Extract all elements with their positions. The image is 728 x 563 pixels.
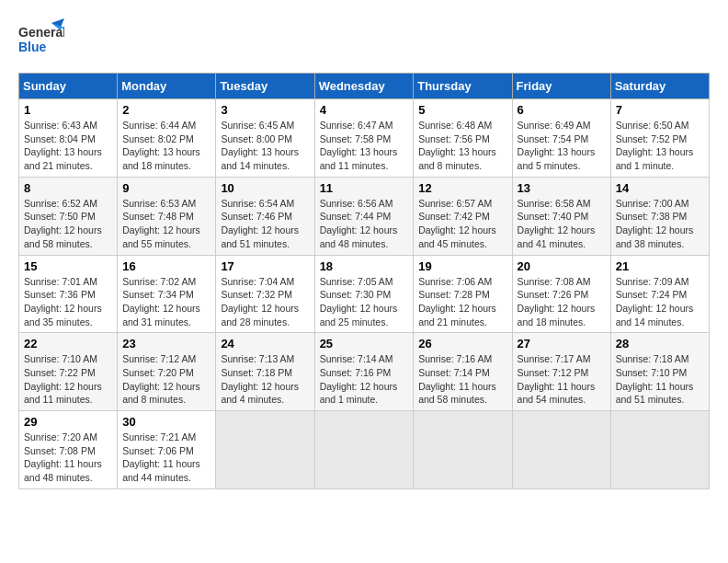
day-number: 24 — [221, 337, 309, 350]
day-number: 17 — [221, 259, 309, 273]
calendar-cell: 10Sunrise: 6:54 AM Sunset: 7:46 PM Dayli… — [216, 177, 314, 255]
calendar-cell: 26Sunrise: 7:16 AM Sunset: 7:14 PM Dayli… — [414, 333, 512, 411]
day-number: 1 — [24, 103, 112, 117]
day-info: Sunrise: 7:21 AM Sunset: 7:06 PM Dayligh… — [122, 431, 210, 485]
day-info: Sunrise: 7:20 AM Sunset: 7:08 PM Dayligh… — [24, 431, 112, 485]
day-number: 25 — [320, 337, 409, 350]
day-info: Sunrise: 7:05 AM Sunset: 7:30 PM Dayligh… — [320, 275, 409, 329]
day-number: 10 — [221, 181, 309, 195]
day-header-thursday: Thursday — [414, 74, 512, 99]
calendar-cell: 1Sunrise: 6:43 AM Sunset: 8:04 PM Daylig… — [19, 99, 118, 178]
day-number: 11 — [320, 181, 409, 195]
calendar-cell: 3Sunrise: 6:45 AM Sunset: 8:00 PM Daylig… — [216, 99, 314, 178]
day-info: Sunrise: 6:58 AM Sunset: 7:40 PM Dayligh… — [518, 197, 606, 251]
day-info: Sunrise: 7:00 AM Sunset: 7:38 PM Dayligh… — [616, 197, 704, 251]
calendar-cell: 21Sunrise: 7:09 AM Sunset: 7:24 PM Dayli… — [610, 255, 709, 333]
day-number: 16 — [122, 259, 210, 273]
calendar-cell — [610, 411, 709, 489]
day-number: 12 — [418, 181, 506, 195]
page-header: General Blue — [18, 18, 710, 63]
calendar-cell: 15Sunrise: 7:01 AM Sunset: 7:36 PM Dayli… — [19, 255, 118, 333]
day-header-wednesday: Wednesday — [314, 74, 414, 99]
day-info: Sunrise: 6:56 AM Sunset: 7:44 PM Dayligh… — [320, 197, 409, 251]
calendar-cell: 19Sunrise: 7:06 AM Sunset: 7:28 PM Dayli… — [414, 255, 512, 333]
day-header-saturday: Saturday — [610, 74, 709, 99]
day-number: 8 — [24, 181, 112, 195]
calendar-cell — [314, 411, 414, 489]
day-number: 20 — [518, 259, 606, 273]
day-number: 28 — [616, 337, 704, 350]
day-info: Sunrise: 7:08 AM Sunset: 7:26 PM Dayligh… — [518, 275, 606, 329]
calendar-cell: 13Sunrise: 6:58 AM Sunset: 7:40 PM Dayli… — [512, 177, 610, 255]
day-number: 27 — [518, 337, 606, 350]
day-info: Sunrise: 6:48 AM Sunset: 7:56 PM Dayligh… — [418, 119, 506, 173]
calendar-week-row: 1Sunrise: 6:43 AM Sunset: 8:04 PM Daylig… — [19, 99, 710, 178]
calendar-cell: 12Sunrise: 6:57 AM Sunset: 7:42 PM Dayli… — [414, 177, 512, 255]
calendar-week-row: 22Sunrise: 7:10 AM Sunset: 7:22 PM Dayli… — [19, 333, 710, 411]
day-info: Sunrise: 6:43 AM Sunset: 8:04 PM Dayligh… — [24, 119, 112, 173]
day-info: Sunrise: 6:45 AM Sunset: 8:00 PM Dayligh… — [221, 119, 309, 173]
day-number: 5 — [418, 103, 506, 117]
day-info: Sunrise: 7:17 AM Sunset: 7:12 PM Dayligh… — [518, 352, 606, 407]
calendar-header-row: SundayMondayTuesdayWednesdayThursdayFrid… — [19, 74, 710, 99]
calendar-cell: 25Sunrise: 7:14 AM Sunset: 7:16 PM Dayli… — [314, 333, 414, 411]
calendar-cell: 24Sunrise: 7:13 AM Sunset: 7:18 PM Dayli… — [216, 333, 314, 411]
calendar-cell: 27Sunrise: 7:17 AM Sunset: 7:12 PM Dayli… — [512, 333, 610, 411]
calendar-cell: 20Sunrise: 7:08 AM Sunset: 7:26 PM Dayli… — [512, 255, 610, 333]
logo-icon: General Blue — [18, 18, 64, 63]
day-number: 14 — [616, 181, 704, 195]
day-number: 2 — [122, 103, 210, 117]
calendar-cell — [512, 411, 610, 489]
calendar-cell: 11Sunrise: 6:56 AM Sunset: 7:44 PM Dayli… — [314, 177, 414, 255]
calendar-cell: 22Sunrise: 7:10 AM Sunset: 7:22 PM Dayli… — [19, 333, 118, 411]
day-info: Sunrise: 7:09 AM Sunset: 7:24 PM Dayligh… — [616, 275, 704, 329]
day-header-monday: Monday — [118, 74, 216, 99]
day-number: 18 — [320, 259, 409, 273]
day-info: Sunrise: 7:01 AM Sunset: 7:36 PM Dayligh… — [24, 275, 112, 329]
day-info: Sunrise: 7:06 AM Sunset: 7:28 PM Dayligh… — [418, 275, 506, 329]
calendar-week-row: 29Sunrise: 7:20 AM Sunset: 7:08 PM Dayli… — [19, 411, 710, 489]
day-info: Sunrise: 6:53 AM Sunset: 7:48 PM Dayligh… — [122, 197, 210, 251]
calendar-cell: 6Sunrise: 6:49 AM Sunset: 7:54 PM Daylig… — [512, 99, 610, 178]
day-info: Sunrise: 6:44 AM Sunset: 8:02 PM Dayligh… — [122, 119, 210, 173]
day-number: 23 — [122, 337, 210, 350]
day-number: 19 — [418, 259, 506, 273]
calendar-week-row: 8Sunrise: 6:52 AM Sunset: 7:50 PM Daylig… — [19, 177, 710, 255]
day-number: 13 — [518, 181, 606, 195]
calendar-cell: 7Sunrise: 6:50 AM Sunset: 7:52 PM Daylig… — [610, 99, 709, 178]
day-number: 9 — [122, 181, 210, 195]
day-header-friday: Friday — [512, 74, 610, 99]
day-number: 4 — [320, 103, 409, 117]
day-info: Sunrise: 6:52 AM Sunset: 7:50 PM Dayligh… — [24, 197, 112, 251]
calendar-cell: 28Sunrise: 7:18 AM Sunset: 7:10 PM Dayli… — [610, 333, 709, 411]
calendar-cell: 5Sunrise: 6:48 AM Sunset: 7:56 PM Daylig… — [414, 99, 512, 178]
day-info: Sunrise: 7:02 AM Sunset: 7:34 PM Dayligh… — [122, 275, 210, 329]
day-info: Sunrise: 6:57 AM Sunset: 7:42 PM Dayligh… — [418, 197, 506, 251]
day-number: 3 — [221, 103, 309, 117]
calendar-cell: 14Sunrise: 7:00 AM Sunset: 7:38 PM Dayli… — [610, 177, 709, 255]
calendar-cell: 4Sunrise: 6:47 AM Sunset: 7:58 PM Daylig… — [314, 99, 414, 178]
calendar-week-row: 15Sunrise: 7:01 AM Sunset: 7:36 PM Dayli… — [19, 255, 710, 333]
calendar-cell: 23Sunrise: 7:12 AM Sunset: 7:20 PM Dayli… — [118, 333, 216, 411]
day-info: Sunrise: 7:13 AM Sunset: 7:18 PM Dayligh… — [221, 352, 309, 407]
calendar-cell — [216, 411, 314, 489]
calendar-cell: 2Sunrise: 6:44 AM Sunset: 8:02 PM Daylig… — [118, 99, 216, 178]
day-info: Sunrise: 6:47 AM Sunset: 7:58 PM Dayligh… — [320, 119, 409, 173]
day-number: 26 — [418, 337, 506, 350]
day-number: 29 — [24, 415, 112, 429]
day-number: 30 — [122, 415, 210, 429]
calendar-cell: 30Sunrise: 7:21 AM Sunset: 7:06 PM Dayli… — [118, 411, 216, 489]
svg-text:Blue: Blue — [18, 40, 47, 54]
day-number: 21 — [616, 259, 704, 273]
day-number: 6 — [518, 103, 606, 117]
day-info: Sunrise: 6:49 AM Sunset: 7:54 PM Dayligh… — [518, 119, 606, 173]
day-number: 7 — [616, 103, 704, 117]
day-number: 22 — [24, 337, 112, 350]
day-info: Sunrise: 7:12 AM Sunset: 7:20 PM Dayligh… — [122, 352, 210, 407]
calendar-cell — [414, 411, 512, 489]
calendar-cell: 29Sunrise: 7:20 AM Sunset: 7:08 PM Dayli… — [19, 411, 118, 489]
calendar-cell: 9Sunrise: 6:53 AM Sunset: 7:48 PM Daylig… — [118, 177, 216, 255]
logo: General Blue — [18, 18, 64, 63]
day-number: 15 — [24, 259, 112, 273]
calendar-cell: 16Sunrise: 7:02 AM Sunset: 7:34 PM Dayli… — [118, 255, 216, 333]
